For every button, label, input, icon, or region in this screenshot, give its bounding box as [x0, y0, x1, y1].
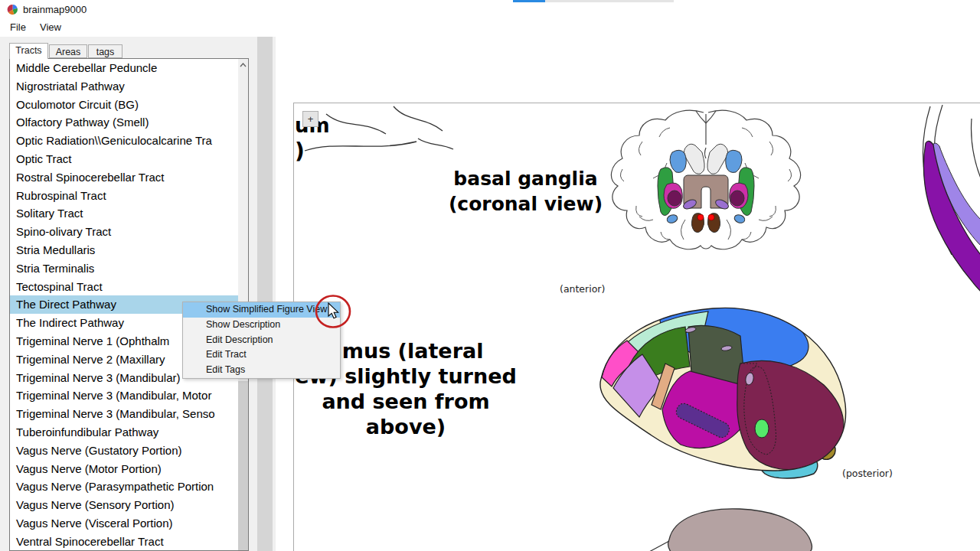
tract-list-item[interactable]: Rubrospinal Tract [10, 187, 238, 205]
tract-list-item[interactable]: Optic Tract [10, 150, 238, 168]
basal-ganglia-label-line1: basal ganglia [439, 166, 612, 191]
tract-list-item[interactable]: Rostral Spinocerebellar Tract [10, 168, 238, 187]
tract-list-item[interactable]: Vagus Nerve (Sensory Portion) [10, 496, 238, 514]
tract-list-item[interactable]: Vagus Nerve (Parasympathetic Portion [10, 478, 238, 496]
tract-list-item[interactable]: Oculomotor Circuit (BG) [10, 96, 238, 114]
context-menu-item[interactable]: Edit Tags [183, 363, 340, 378]
tract-list-item[interactable]: Vagus Nerve (Visceral Portion) [10, 514, 238, 533]
scroll-up-button[interactable] [238, 59, 248, 72]
thalamus-label-line: and seen from [294, 389, 518, 414]
tract-list-item[interactable]: Tuberoinfundibular Pathway [10, 423, 238, 442]
tract-list-item[interactable]: Nigrostriatal Pathway [10, 77, 238, 96]
zoom-in-button[interactable]: + [302, 111, 318, 127]
tract-list-item[interactable]: Vagus Nerve (Motor Portion) [10, 460, 238, 478]
tract-list-item[interactable]: Stria Medullaris [10, 241, 238, 259]
thalamus-label-line: above) [294, 414, 518, 439]
app-icon [7, 4, 18, 15]
context-menu-item[interactable]: Show Simplified Figure View [183, 302, 340, 318]
tract-list-item[interactable]: Olfactory Pathway (Smell) [10, 113, 238, 132]
tract-list-item[interactable]: Stria Terminalis [10, 259, 238, 278]
tract-list-item[interactable]: Middle Cerebellar Peduncle [10, 59, 238, 77]
tract-list-item[interactable]: Solitary Tract [10, 204, 238, 223]
context-menu-item[interactable]: Edit Description [183, 333, 340, 348]
progress-bar-fill [513, 0, 545, 2]
thalamus-figure [590, 293, 851, 501]
menu-file[interactable]: File [6, 20, 30, 34]
tab-tags[interactable]: tags [88, 44, 122, 58]
basal-ganglia-figure [596, 105, 826, 255]
tract-list-item[interactable]: Trigeminal Nerve 3 (Mandibular, Senso [10, 405, 238, 423]
clipped-label-fragment-2: ) [295, 139, 305, 164]
context-menu: Show Simplified Figure ViewShow Descript… [182, 302, 341, 379]
crescent-figure [881, 105, 980, 299]
context-menu-item[interactable]: Show Description [183, 318, 340, 333]
app-title: brainmap9000 [23, 4, 87, 15]
tract-list-item[interactable]: Vagus Nerve (Gustatory Portion) [10, 442, 238, 460]
scrollbar-thumb[interactable] [238, 381, 248, 551]
tract-list-item[interactable]: Trigeminal Nerve 3 (Mandibular, Motor [10, 386, 238, 405]
bottom-partial-figure [648, 504, 824, 551]
context-menu-item[interactable]: Edit Tract [183, 347, 340, 363]
menu-view[interactable]: View [36, 20, 65, 34]
tract-list-item[interactable]: Optic Radiation\\Geniculocalcarine Tra [10, 132, 238, 150]
tract-list-item[interactable]: Ventral Spinocerebellar Tract [10, 533, 238, 551]
tract-list-item[interactable]: Tectospinal Tract [10, 278, 238, 296]
menu-bar: FileView [0, 20, 980, 37]
progress-bar-track [545, 0, 674, 2]
panel-splitter[interactable] [257, 37, 273, 551]
basal-ganglia-label-line2: (coronal view) [439, 191, 612, 217]
tab-tracts[interactable]: Tracts [9, 43, 48, 59]
chevron-up-icon [240, 63, 247, 67]
tab-areas[interactable]: Areas [49, 44, 87, 58]
figure-canvas[interactable]: um ) + basal ganglia (coronal view) [293, 103, 980, 551]
basal-ganglia-label: basal ganglia (coronal view) [439, 166, 612, 217]
tract-list-item[interactable]: Spino-olivary Tract [10, 223, 238, 241]
progress-bar [513, 0, 674, 2]
title-bar: brainmap9000 [0, 0, 980, 20]
